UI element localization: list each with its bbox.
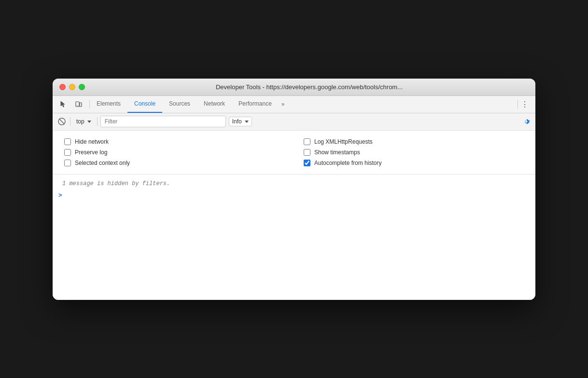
console-content: 1 message is hidden by filters. >	[53, 175, 535, 300]
toolbar-icons	[56, 97, 85, 111]
hide-network-label[interactable]: Hide network	[75, 138, 109, 145]
clear-console-button[interactable]	[56, 116, 67, 127]
filter-input[interactable]	[100, 116, 226, 127]
selected-context-checkbox[interactable]	[64, 160, 71, 166]
more-tabs-button[interactable]: »	[279, 96, 288, 113]
show-timestamps-label[interactable]: Show timestamps	[314, 149, 360, 156]
autocomplete-label[interactable]: Autocomplete from history	[314, 160, 381, 166]
title-bar: Developer Tools - https://developers.goo…	[53, 79, 535, 96]
checkbox-row-hide-network: Hide network	[64, 136, 284, 147]
checkbox-row-show-timestamps: Show timestamps	[304, 147, 524, 158]
checkbox-row-selected-context: Selected context only	[64, 158, 284, 168]
window-title: Developer Tools - https://developers.goo…	[90, 83, 529, 91]
tab-console[interactable]: Console	[127, 96, 162, 113]
context-dropdown-arrow	[87, 121, 91, 123]
toolbar-divider-2	[97, 117, 98, 126]
settings-grid: Hide network Preserve log Selected conte…	[64, 136, 524, 168]
selected-context-label[interactable]: Selected context only	[75, 160, 130, 166]
settings-right-column: Log XMLHttpRequests Show timestamps Auto…	[304, 136, 524, 168]
console-input[interactable]	[64, 191, 530, 200]
hide-network-checkbox[interactable]	[64, 138, 71, 145]
traffic-lights	[59, 84, 85, 90]
svg-line-4	[59, 119, 65, 124]
level-label: Info	[232, 118, 242, 125]
device-toolbar-button[interactable]	[72, 97, 85, 111]
svg-rect-1	[80, 103, 82, 107]
tab-sources[interactable]: Sources	[162, 96, 197, 113]
console-prompt-row: >	[53, 189, 535, 202]
settings-icon[interactable]	[521, 116, 532, 127]
console-toolbar: top Info	[53, 113, 535, 131]
tab-performance[interactable]: Performance	[232, 96, 279, 113]
preserve-log-label[interactable]: Preserve log	[75, 149, 107, 156]
close-button[interactable]	[59, 84, 66, 90]
toolbar-divider-1	[70, 117, 70, 126]
devtools-window: Developer Tools - https://developers.goo…	[53, 79, 535, 300]
devtools-menu-button[interactable]: ⋮	[518, 97, 532, 111]
tabs-bar: Elements Console Sources Network Perform…	[53, 96, 535, 113]
autocomplete-checkbox[interactable]	[304, 160, 310, 166]
tabs-menu: ⋮	[518, 97, 532, 111]
checkbox-row-preserve-log: Preserve log	[64, 147, 284, 158]
context-selector[interactable]: top	[73, 117, 94, 126]
console-settings-panel: Hide network Preserve log Selected conte…	[53, 131, 535, 175]
inspect-element-button[interactable]	[56, 97, 70, 111]
context-label: top	[76, 118, 84, 125]
maximize-button[interactable]	[79, 84, 85, 90]
level-selector[interactable]: Info	[229, 117, 252, 126]
tabs-list: Elements Console Sources Network Perform…	[90, 96, 518, 113]
minimize-button[interactable]	[69, 84, 75, 90]
level-dropdown-arrow	[245, 121, 249, 123]
hidden-messages-notice: 1 message is hidden by filters.	[53, 178, 535, 189]
checkbox-row-autocomplete: Autocomplete from history	[304, 158, 524, 168]
settings-left-column: Hide network Preserve log Selected conte…	[64, 136, 284, 168]
tab-network[interactable]: Network	[197, 96, 232, 113]
checkbox-row-log-xhr: Log XMLHttpRequests	[304, 136, 524, 147]
console-prompt-chevron: >	[58, 191, 62, 199]
log-xhr-label[interactable]: Log XMLHttpRequests	[314, 138, 373, 145]
svg-point-2	[77, 106, 78, 107]
tab-elements[interactable]: Elements	[90, 96, 127, 113]
show-timestamps-checkbox[interactable]	[304, 149, 310, 156]
preserve-log-checkbox[interactable]	[64, 149, 71, 156]
log-xhr-checkbox[interactable]	[304, 138, 310, 145]
